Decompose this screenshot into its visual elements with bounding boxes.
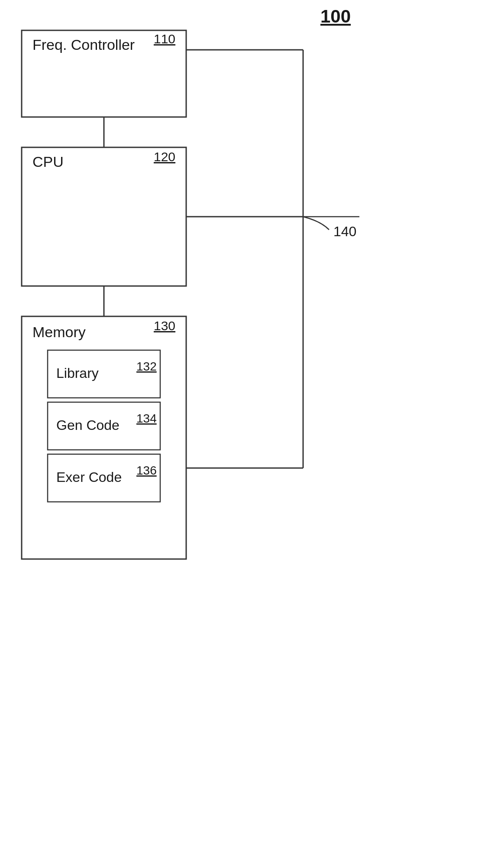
cpu-ref: 120 (154, 150, 175, 164)
memory-box (22, 316, 186, 559)
exer-code-label: Exer Code (56, 469, 122, 485)
bus-ref: 140 (333, 224, 356, 239)
bus-ref-curve (303, 217, 329, 230)
memory-ref: 130 (154, 319, 175, 333)
library-label: Library (56, 365, 99, 381)
freq-controller-label: Freq. Controller (32, 36, 135, 53)
exer-code-ref: 136 (136, 464, 157, 477)
memory-label: Memory (32, 324, 86, 340)
gen-code-label: Gen Code (56, 417, 120, 433)
diagram-title: 100 (320, 6, 351, 26)
gen-code-ref: 134 (136, 412, 157, 425)
freq-controller-ref: 110 (154, 32, 175, 46)
cpu-label: CPU (32, 153, 64, 170)
diagram-container: 100 Freq. Controller 110 CPU 120 Memory … (0, 0, 504, 852)
library-ref: 132 (136, 360, 157, 373)
